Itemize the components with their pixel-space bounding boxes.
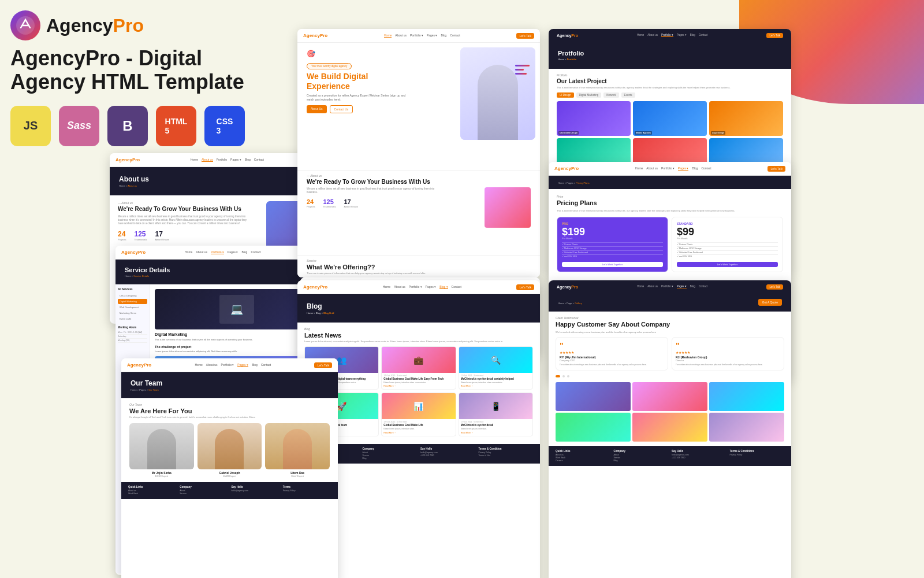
ss-testi-dots [556, 375, 784, 377]
gallery-item-5 [632, 413, 707, 442]
ss-hero-content: 🎯 Your trust worthy digital agency We Bu… [307, 50, 422, 113]
ss-pricing-cards: PRO $199 Per Month ✓ Custom Charts ✓ Mai… [557, 217, 783, 272]
gallery-item-1 [556, 382, 631, 411]
ss-about-stats: 24 Projects 125 Testimonials 17 Award Sh… [118, 230, 260, 241]
ss-h-stat-1: 24 Projects [307, 198, 315, 208]
logo-icon [10, 10, 40, 40]
testimonial-card-2: " ★★★★★ RJI (Reahuvion Group) Director I… [672, 337, 784, 370]
ss-service-nav: AgencyPro Home About us Portfolio ▾ Page… [116, 246, 323, 260]
ss-blog-nav: AgencyPro Home About us Portfolio ▾ Page… [297, 280, 540, 294]
brand-title: AgencyPro - Digital Agency HTML Template [10, 46, 276, 94]
ss-hero-person-img [460, 47, 535, 140]
ss-hero-about-row: We are a million times set all new busin… [307, 187, 531, 228]
screenshot-testimonial: AgencyPro Home About us Portfolio ▾ Page… [549, 280, 791, 578]
ss-pricing-nav: AgencyPro Home About us Portfolio ▾ Page… [549, 162, 791, 176]
ss-hero-offering: Service What We're Offering?? There are … [297, 255, 540, 277]
blog-card-3: 🔍 17 Oct, 2021 · 3 min read McClintock's… [459, 346, 533, 390]
ss-h-stat-2: 125 Testimonials [323, 198, 336, 208]
ss-h-stat-3: 17 Award Shown [344, 198, 358, 208]
ss-price-card-pro: PRO $199 Per Month ✓ Custom Charts ✓ Mai… [557, 217, 668, 272]
ss-portfolio-nav: AgencyPro Home About us Protfolio ▾ Page… [549, 29, 791, 42]
brand-name: AgencyPro [46, 15, 144, 36]
tech-icon-css: CSS3 [204, 106, 245, 146]
ss-stat-2: 125 Testimonials [134, 230, 147, 241]
blog-card-6: 📱 17 Oct, 2021 · 5 min read McClintock's… [459, 392, 533, 436]
ss-stat-1: 24 Projects [118, 230, 126, 241]
branding-area: AgencyPro AgencyPro - Digital Agency HTM… [10, 10, 276, 146]
ss-testi-footer: Quick Links About us Word Back Careers C… [549, 446, 791, 466]
ss-hero-stats: 24 Projects 125 Testimonials 17 Award Sh… [307, 198, 479, 208]
tech-icon-sass: Sass [59, 106, 99, 146]
ss-hero-btns: About Us Contact Us [307, 105, 422, 113]
team-member-2: Gabriel Joseph 13/28 Expert [198, 423, 262, 477]
ss-team-content: Our Team We Are Here For You It's always… [121, 398, 338, 482]
screenshots-collage: AgencyPro Home About us Portfolio Pages … [266, 17, 924, 578]
ss-service-hours: Working Hours Mon - Fri : 9:00 - 1:00 (A… [118, 326, 147, 343]
ss-price-card-standard: STANDARD $99 Per Month ✓ Custom Charts ✓… [672, 217, 783, 272]
tech-icons-row: JS Sass B HTML5 CSS3 [10, 106, 276, 146]
blog-card-2: 💼 17 Oct, 2021 · 3 min read Global Busin… [381, 346, 456, 390]
ss-pricing-darkbar: Home > Pages > Pricing Plans [549, 176, 791, 189]
ss-blog-header: Blog Home > Blog > Blog Grid [297, 294, 540, 323]
ss-portfolio-header: Protfolio Home > Portfolio [549, 42, 791, 69]
portfolio-item-3: Logo Design [709, 101, 783, 136]
team-member-3: Litem Das Chief Expert [265, 423, 330, 477]
portfolio-item-2: Mobile App Dev [633, 101, 707, 136]
ss-about-nav-links: Home About us Portfolio Pages ▾ Blog Con… [191, 158, 264, 162]
gallery-item-2 [632, 382, 707, 411]
team-member-1: Mr Jojin Sinha 10/18 Expert [129, 423, 194, 477]
ss-blog-grid-1: 👥 11 Oct, 2021 · 3 min read From its med… [304, 346, 533, 390]
tech-icon-html: HTML5 [156, 106, 196, 146]
brand-logo: AgencyPro [10, 10, 276, 40]
ss-hero-body: 🎯 Your trust worthy digital agency We Bu… [297, 43, 540, 277]
ss-service-main-img: 💻 [155, 289, 319, 329]
ss-hero-nav: AgencyPro Home About us Portfolio ▾ Page… [297, 29, 540, 43]
ss-testimonial-cards: " ★★★★★ RYI (Riy Jhn International) Comp… [556, 337, 784, 370]
blog-card-5: 📊 17 Oct, 2021 · 5 min read Global Busin… [381, 392, 456, 436]
ss-stat-3: 17 Award Shown [155, 230, 169, 241]
screenshot-team: AgencyPro Home About us Portfolio ▾ Page… [121, 358, 338, 578]
ss-testi-nav: AgencyPro Home About us Portfolio ▾ Page… [549, 280, 791, 293]
tech-icon-bootstrap: B [107, 106, 148, 146]
ss-testi-content: Client Testimonial Happy Customer Say Ab… [549, 312, 791, 446]
gallery-item-6 [709, 413, 784, 442]
screenshot-hero: AgencyPro Home About us Portfolio ▾ Page… [297, 29, 540, 277]
ss-team-grid: Mr Jojin Sinha 10/18 Expert Gabriel Jose… [129, 423, 330, 477]
gallery-item-3 [709, 382, 784, 411]
testimonial-card-1: " ★★★★★ RYI (Riy Jhn International) Comp… [556, 337, 668, 370]
ss-testi-header: Home > Page > Gallery Get A Quote [549, 293, 791, 312]
ss-team-footer: Quick Links About us Word Back Company A… [121, 482, 338, 499]
ss-hero-about: — About us We're Ready To Grow Your Busi… [297, 170, 540, 232]
ss-about-nav-logo: AgencyPro [116, 157, 140, 162]
ss-team-header: Our Team Home > Pages > Our Team [121, 372, 338, 398]
tech-icon-js: JS [10, 106, 51, 146]
portfolio-item-1: Dashboard Design [557, 101, 631, 136]
ss-portfolio-filters: UI Design Digital Marketing Network Even… [557, 92, 783, 98]
gallery-item-4 [556, 413, 631, 442]
ss-gallery-grid [556, 382, 784, 442]
ss-service-header: Service Details Home > Service Details [116, 260, 323, 284]
ss-team-nav: AgencyPro Home About us Portfolio ▾ Page… [121, 358, 338, 372]
ss-blog-grid-2: 🚀 17 Oct, 2021 · 5 min read From its med… [304, 392, 533, 436]
